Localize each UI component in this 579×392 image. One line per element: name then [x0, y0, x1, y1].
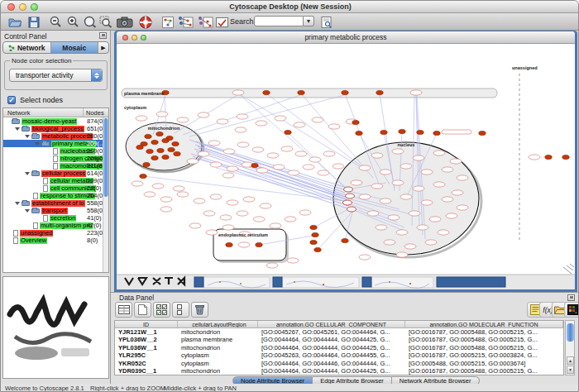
dropdown-stepper-icon[interactable]	[91, 69, 102, 81]
expand-arrow-icon[interactable]	[15, 127, 20, 131]
red-gene-node	[314, 247, 321, 251]
scroll-up-icon[interactable]: ▲	[567, 356, 574, 365]
table-scrollbar[interactable]: ▲ ▼	[565, 320, 575, 375]
tree-row-count: 311(0)	[87, 162, 104, 170]
page-icon	[13, 230, 18, 237]
tab-overflow-arrow[interactable]: ▶	[98, 42, 108, 53]
column-header-cellularlayoutregion[interactable]: _cellularLayoutRegion	[178, 321, 258, 327]
resize-grip-icon	[563, 264, 574, 274]
tree-row-nitrogen-compo[interactable]: nitrogen compo209(0)	[3, 155, 108, 162]
edge-diagram-icon[interactable]	[196, 15, 214, 29]
tree-row-overview[interactable]: Overview8(0)	[3, 237, 108, 244]
gene-label-node	[237, 211, 248, 216]
tree-scrollbar[interactable]	[103, 117, 108, 272]
select-nodes-label: Select nodes	[20, 96, 63, 104]
search-options-icon[interactable]	[319, 15, 334, 29]
attribute-table[interactable]: ID_cellularLayoutRegionannotation.GO CEL…	[114, 320, 564, 375]
unselect-attributes-icon[interactable]	[172, 302, 189, 318]
float-panel-icon[interactable]	[99, 32, 107, 39]
search-dropdown-button[interactable]: ▼	[304, 16, 314, 26]
folder-icon	[12, 119, 20, 124]
tree-row-establishment-of-lo[interactable]: establishment of lo558(0)	[3, 199, 108, 207]
column-header-annotation-go-cellular-component[interactable]: annotation.GO CELLULAR_COMPONENT	[258, 321, 405, 327]
expand-arrow-icon[interactable]	[35, 142, 40, 146]
annotation-board-icon[interactable]	[214, 15, 229, 29]
gene-label-node	[384, 240, 395, 245]
zoom-selected-icon[interactable]	[98, 15, 113, 29]
new-attribute-icon[interactable]	[134, 302, 151, 318]
table-row-ylr295c[interactable]: YLR295Ccytoplasm[GO:0045263, GO:0044464,…	[115, 351, 563, 359]
table-row-ypl036w-1[interactable]: YPL036W__1mitochondrion[GO:0044464, GO:0…	[115, 344, 563, 351]
gene-label-node	[417, 225, 428, 230]
search-input[interactable]	[254, 16, 304, 26]
search-label: Search:	[230, 17, 256, 26]
open-file-icon[interactable]	[7, 15, 22, 29]
table-cell: [GO:0044464, GO:0044446, GO:0044444, G..…	[258, 360, 405, 367]
save-icon[interactable]	[26, 15, 41, 29]
tree-row-secretion[interactable]: secretion41(0)	[3, 214, 108, 222]
table-icon[interactable]	[115, 302, 132, 318]
node-diagram-icon[interactable]	[176, 15, 194, 29]
tree-row-nucleobase[interactable]: nucleobase-209(0)	[3, 147, 108, 155]
snapshot-icon[interactable]	[116, 15, 134, 29]
zoom-out-icon[interactable]	[48, 15, 63, 29]
select-attributes-icon[interactable]	[153, 302, 170, 318]
column-header-annotation-go-molecular-function[interactable]: annotation.GO MOLECULAR_FUNCTION	[405, 321, 563, 327]
table-row-ydr039c-1[interactable]: YDR039C__1mitochondrion[GO:0044464, GO:0…	[115, 367, 563, 375]
status-welcome: Welcome to Cytoscape 2.8.1	[5, 385, 84, 392]
gene-label-node	[323, 151, 335, 156]
network-view-title: primary metabolic process	[117, 33, 575, 41]
gene-label-node	[156, 112, 168, 117]
zoom-in-icon[interactable]	[65, 15, 80, 29]
tree-row-primary-metabo[interactable]: primary metabo209(...	[3, 140, 108, 147]
color-attribute-dropdown[interactable]: transporter activity	[9, 69, 103, 82]
expand-arrow-icon[interactable]	[25, 135, 30, 138]
tree-row-transport[interactable]: transport558(0)	[3, 207, 108, 214]
network-overview-icon[interactable]	[160, 15, 175, 29]
expand-arrow-icon[interactable]	[15, 202, 20, 205]
network-canvas[interactable]: plasma membrane cytoplasm mitochondrion …	[117, 44, 575, 289]
table-row-ypl036w-2[interactable]: YPL036W__2plasma membrane[GO:0044464, GO…	[115, 336, 563, 343]
zoom-fit-icon[interactable]	[82, 15, 97, 29]
tree-row-unassigned[interactable]: unassigned223(0)	[3, 229, 108, 237]
tree-row-cellular-metabo[interactable]: cellular metabo209(0)	[3, 177, 108, 184]
tree-row-multi-organism-pro[interactable]: multi-organism pro42(0)	[3, 222, 108, 229]
table-scrollbar-thumb[interactable]	[567, 323, 574, 342]
select-nodes-row: ✓ Select nodes	[7, 95, 63, 105]
expand-arrow-icon[interactable]	[25, 172, 30, 175]
tab-network[interactable]: Network	[3, 42, 51, 53]
tree-row-label: biological_process	[31, 126, 84, 132]
tree-row-mosaic-demo-yeast[interactable]: mosaic-demo-yeast874(0)	[3, 117, 108, 125]
gene-label-node	[210, 162, 222, 167]
help-icon[interactable]	[138, 15, 153, 29]
tree-row-macromolecule[interactable]: macromolecule311(0)	[3, 162, 108, 170]
red-gene-node	[251, 163, 258, 167]
table-cell: mitochondrion	[178, 344, 258, 351]
network-window-titlebar[interactable]: primary metabolic process	[117, 31, 575, 44]
tree-row-metabolic-process[interactable]: metabolic process280(0)	[3, 132, 108, 140]
tree-row-cell-communicat[interactable]: cell communicat22(0)	[3, 184, 108, 192]
gene-label-node	[333, 164, 344, 169]
expand-arrow-icon[interactable]	[25, 209, 30, 213]
mitochondrion-label: mitochondrion	[148, 126, 180, 131]
column-header-id[interactable]: ID	[115, 321, 178, 327]
select-nodes-checkbox[interactable]: ✓	[7, 96, 16, 104]
tree-row-response-to-stimulu[interactable]: response to stimulu264(0)	[3, 192, 108, 199]
gene-label-node	[206, 230, 218, 235]
delete-attribute-icon[interactable]	[191, 302, 208, 318]
tree-scrollbar-thumb[interactable]	[103, 118, 108, 197]
gene-label-node	[429, 217, 441, 222]
float-data-panel-icon[interactable]	[567, 294, 575, 301]
tab-mosaic[interactable]: Mosaic	[51, 42, 99, 53]
gene-label-node	[288, 170, 299, 175]
gene-label-node	[223, 173, 234, 178]
table-row-ykr052c[interactable]: YKR052Ccytoplasm[GO:0044464, GO:0044446,…	[115, 360, 563, 367]
tree-row-cellular-process[interactable]: cellular process614(0)	[3, 170, 108, 177]
heatmap-icon[interactable]	[564, 302, 579, 318]
tree-row-biological-process[interactable]: biological_process651(0)	[3, 125, 108, 132]
red-gene-node	[143, 162, 150, 166]
table-row-yjr121w-1[interactable]: YJR121W__1mitochondrion[GO:0045267, GO:0…	[115, 328, 563, 336]
scroll-down-icon[interactable]: ▼	[567, 366, 574, 374]
tree-row-label: multi-organism pro	[40, 222, 93, 229]
birdseye-view[interactable]	[2, 276, 109, 379]
